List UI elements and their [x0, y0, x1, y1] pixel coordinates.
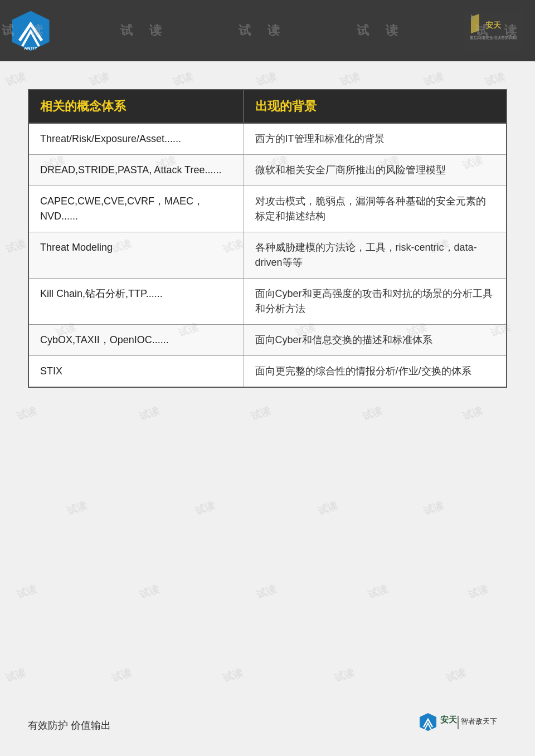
watermark-text: 试读 [193, 499, 217, 518]
svg-text:智者敌天下: 智者敌天下 [461, 717, 497, 725]
svg-text:安天: 安天 [440, 715, 458, 724]
table-cell-left: CybOX,TAXII，OpenIOC...... [28, 325, 244, 356]
table-cell-left: CAPEC,CWE,CVE,CVRF，MAEC，NVD...... [28, 186, 244, 232]
logo-area: ANTIY [11, 10, 50, 52]
main-content: 相关的概念体系 出现的背景 Threat/Risk/Exposure/Asset… [0, 61, 535, 404]
watermark-text: 试读 [461, 404, 484, 423]
watermark-text: 试读 [138, 582, 161, 602]
table-row: CAPEC,CWE,CVE,CVRF，MAEC，NVD......对攻击模式，脆… [28, 186, 507, 232]
right-logo-icon: 安天 重启网络安全培训营第四期 [463, 11, 524, 50]
col2-header: 出现的背景 [244, 90, 507, 123]
svg-text:安天: 安天 [485, 21, 502, 30]
watermark-text: 试读 [249, 404, 273, 423]
table-cell-right: 各种威胁建模的方法论，工具，risk-centric，data-driven等等 [244, 232, 507, 279]
table-cell-left: Threat Modeling [28, 232, 244, 279]
watermark-text: 试读 [15, 404, 38, 423]
table-cell-right: 对攻击模式，脆弱点，漏洞等各种基础的安全元素的标定和描述结构 [244, 186, 507, 232]
content-table: 相关的概念体系 出现的背景 Threat/Risk/Exposure/Asset… [28, 89, 507, 388]
table-row: Threat/Risk/Exposure/Asset......西方的IT管理和… [28, 123, 507, 155]
table-row: Threat Modeling各种威胁建模的方法论，工具，risk-centri… [28, 232, 507, 279]
footer-logo-icon: 安天 智者敌天下 [418, 711, 507, 739]
table-row: CybOX,TAXII，OpenIOC......面向Cyber和信息交换的描述… [28, 325, 507, 356]
table-cell-right: 面向Cyber和信息交换的描述和标准体系 [244, 325, 507, 356]
footer-logo: 安天 智者敌天下 [418, 711, 507, 739]
watermark-text: 试读 [333, 666, 356, 685]
table-cell-right: 微软和相关安全厂商所推出的风险管理模型 [244, 155, 507, 186]
table-cell-right: 面向Cyber和更高强度的攻击和对抗的场景的分析工具和分析方法 [244, 279, 507, 325]
watermark-text: 试读 [110, 666, 133, 685]
header-right-logo: 安天 重启网络安全培训营第四期 [463, 11, 524, 50]
header-watermark: 试读 试读 试读 试读 试读 试读 试读 [0, 0, 535, 61]
table-row: DREAD,STRIDE,PASTA, Attack Tree......微软和… [28, 155, 507, 186]
header-watermark-text: 试读 试读 试读 试读 试读 试读 试读 [0, 22, 535, 39]
watermark-text: 试读 [444, 666, 468, 685]
watermark-text: 试读 [361, 404, 384, 423]
watermark-text: 试读 [4, 666, 27, 685]
svg-text:ANTIY: ANTIY [24, 46, 38, 51]
table-cell-right: 面向更完整的综合性的情报分析/作业/交换的体系 [244, 356, 507, 388]
table-cell-left: Kill Chain,钻石分析,TTP...... [28, 279, 244, 325]
watermark-text: 试读 [316, 499, 339, 518]
table-row: Kill Chain,钻石分析,TTP......面向Cyber和更高强度的攻击… [28, 279, 507, 325]
svg-text:重启网络安全培训营第四期: 重启网络安全培训营第四期 [470, 36, 517, 40]
watermark-text: 试读 [15, 582, 38, 602]
table-cell-right: 西方的IT管理和标准化的背景 [244, 123, 507, 155]
watermark-text: 试读 [466, 582, 490, 602]
antiy-logo-icon: ANTIY [11, 10, 50, 52]
header: ANTIY 试读 试读 试读 试读 试读 试读 试读 安天 重启网络安全培训营第… [0, 0, 535, 61]
watermark-text: 试读 [221, 666, 245, 685]
table-row: STIX面向更完整的综合性的情报分析/作业/交换的体系 [28, 356, 507, 388]
table-cell-left: DREAD,STRIDE,PASTA, Attack Tree...... [28, 155, 244, 186]
watermark-text: 试读 [138, 404, 161, 423]
watermark-text: 试读 [422, 499, 445, 518]
footer: 有效防护 价值输出 安天 智者敌天下 [28, 711, 507, 739]
footer-left-text: 有效防护 价值输出 [28, 719, 111, 732]
watermark-text: 试读 [366, 582, 390, 602]
watermark-text: 试读 [255, 582, 278, 602]
table-cell-left: STIX [28, 356, 244, 388]
col1-header: 相关的概念体系 [28, 90, 244, 123]
table-cell-left: Threat/Risk/Exposure/Asset...... [28, 123, 244, 155]
watermark-text: 试读 [65, 499, 89, 518]
